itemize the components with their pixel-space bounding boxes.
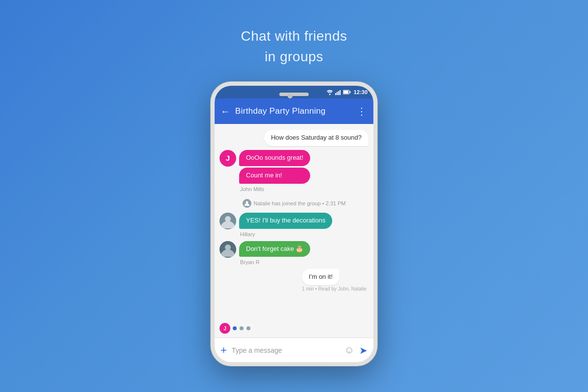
title-line2: in groups	[265, 49, 323, 64]
typing-area: J	[215, 320, 373, 338]
page-title: Chat with friends in groups	[241, 26, 347, 67]
message-row: How does Saturday at 8 sound?	[220, 130, 368, 146]
phone-camera	[288, 94, 293, 98]
send-button[interactable]: ➤	[359, 344, 368, 356]
bubble-container: I'm on it! 1 min • Read by John, Natalie	[302, 269, 368, 292]
bubble-text: Don't forget cake 🎂	[239, 241, 310, 257]
input-area: + Type a message ☺ ➤	[215, 338, 373, 362]
wifi-icon	[326, 90, 333, 95]
avatar: J	[220, 150, 236, 167]
message-row: J OoOo sounds great! Count me in! John M…	[220, 150, 368, 192]
status-bar: 12:30	[215, 86, 373, 98]
sender-name: Bryan R	[239, 259, 310, 265]
typing-avatar: J	[220, 323, 230, 334]
bubble-group: OoOo sounds great! Count me in! John Mil…	[239, 150, 310, 192]
system-avatar	[243, 199, 251, 208]
emoji-button[interactable]: ☺	[344, 344, 354, 356]
svg-point-8	[245, 201, 248, 203]
system-text: Natalie has joined the group • 2:31 PM	[254, 200, 346, 206]
chat-title: Birthday Party Planning	[235, 106, 357, 116]
more-options-button[interactable]: ⋮	[357, 105, 368, 117]
bubble-text: OoOo sounds great!	[239, 150, 310, 166]
bubble-group: Don't forget cake 🎂 Bryan R	[239, 241, 310, 266]
back-button[interactable]: ←	[220, 106, 230, 117]
typing-dot	[246, 326, 250, 330]
bubble-text: YES! I'll buy the decorations	[239, 213, 332, 229]
avatar	[220, 213, 236, 229]
chat-area: How does Saturday at 8 sound? J OoOo sou…	[215, 124, 373, 320]
battery-icon	[343, 90, 351, 95]
bubble-text: I'm on it!	[302, 269, 340, 285]
message-input-placeholder[interactable]: Type a message	[232, 346, 340, 354]
read-receipt: 1 min • Read by John, Natalie	[302, 286, 368, 292]
svg-rect-7	[343, 91, 348, 94]
typing-dot	[233, 326, 237, 330]
sender-name: John Mills	[239, 186, 310, 192]
svg-rect-3	[338, 91, 339, 95]
app-bar: ← Birthday Party Planning ⋮	[215, 98, 373, 124]
svg-point-0	[329, 94, 330, 95]
svg-rect-1	[335, 93, 336, 95]
title-line1: Chat with friends	[241, 28, 347, 44]
system-message: Natalie has joined the group • 2:31 PM	[220, 199, 368, 208]
message-row: YES! I'll buy the decorations Hillary	[220, 213, 368, 237]
phone-speaker	[279, 93, 309, 96]
phone-body: 12:30 ← Birthday Party Planning ⋮ How do…	[211, 82, 377, 366]
avatar	[220, 241, 236, 258]
svg-rect-6	[349, 91, 350, 93]
svg-rect-4	[340, 90, 341, 95]
status-icons: 12:30	[326, 89, 368, 95]
bubble-text: How does Saturday at 8 sound?	[264, 130, 368, 146]
message-bubble: How does Saturday at 8 sound?	[264, 130, 368, 146]
sender-name: Hillary	[239, 231, 332, 237]
svg-rect-2	[337, 92, 338, 95]
message-row: Don't forget cake 🎂 Bryan R	[220, 241, 368, 266]
typing-dot	[240, 326, 244, 330]
message-row: I'm on it! 1 min • Read by John, Natalie	[220, 269, 368, 292]
signal-icon	[335, 90, 341, 95]
bubble-text: Count me in!	[239, 168, 310, 184]
phone-mockup: 12:30 ← Birthday Party Planning ⋮ How do…	[211, 82, 377, 366]
add-attachment-button[interactable]: +	[220, 344, 227, 357]
status-time: 12:30	[354, 89, 368, 95]
bubble-group: YES! I'll buy the decorations Hillary	[239, 213, 332, 237]
